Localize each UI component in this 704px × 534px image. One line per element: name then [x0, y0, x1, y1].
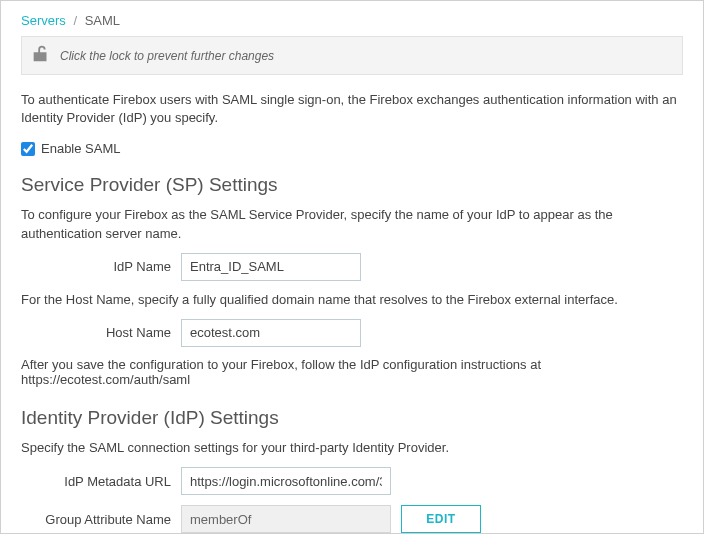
metadata-label: IdP Metadata URL: [21, 474, 181, 489]
metadata-input[interactable]: [181, 467, 391, 495]
breadcrumb-separator: /: [69, 13, 81, 28]
enable-saml-label[interactable]: Enable SAML: [41, 141, 121, 156]
sp-desc: To configure your Firebox as the SAML Se…: [21, 206, 683, 242]
host-name-row: Host Name: [21, 319, 683, 347]
enable-saml-row: Enable SAML: [21, 141, 683, 156]
sp-heading: Service Provider (SP) Settings: [21, 174, 683, 196]
lock-message: Click the lock to prevent further change…: [60, 49, 274, 63]
group-attr-label: Group Attribute Name: [21, 512, 181, 527]
group-attr-input: [181, 505, 391, 533]
group-attr-row: Group Attribute Name EDIT: [21, 505, 683, 533]
breadcrumb-current: SAML: [85, 13, 120, 28]
idp-name-input[interactable]: [181, 253, 361, 281]
idp-name-label: IdP Name: [21, 259, 181, 274]
breadcrumb: Servers / SAML: [21, 9, 683, 36]
host-desc: For the Host Name, specify a fully quali…: [21, 291, 683, 309]
lock-bar: Click the lock to prevent further change…: [21, 36, 683, 75]
host-name-input[interactable]: [181, 319, 361, 347]
edit-button[interactable]: EDIT: [401, 505, 481, 533]
idp-name-row: IdP Name: [21, 253, 683, 281]
breadcrumb-root-link[interactable]: Servers: [21, 13, 66, 28]
idp-desc: Specify the SAML connection settings for…: [21, 439, 683, 457]
host-name-label: Host Name: [21, 325, 181, 340]
idp-heading: Identity Provider (IdP) Settings: [21, 407, 683, 429]
intro-text: To authenticate Firebox users with SAML …: [21, 91, 683, 127]
enable-saml-checkbox[interactable]: [21, 142, 35, 156]
unlock-icon[interactable]: [30, 43, 52, 68]
metadata-row: IdP Metadata URL: [21, 467, 683, 495]
sp-after-note: After you save the configuration to your…: [21, 357, 683, 387]
